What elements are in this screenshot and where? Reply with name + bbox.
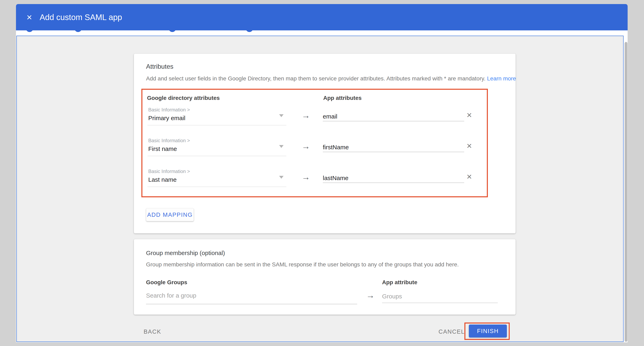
- group-search-input[interactable]: [146, 291, 357, 300]
- arrow-right-icon: →: [299, 111, 312, 120]
- mapping-row-last-name: Basic Information > Last name → ×: [146, 167, 482, 197]
- back-button[interactable]: BACK: [144, 328, 161, 335]
- mapping-row-first-name: Basic Information > First name → ×: [146, 136, 482, 166]
- close-icon[interactable]: ×: [23, 8, 36, 26]
- app-attribute-input[interactable]: [323, 112, 464, 121]
- group-membership-title: Group membership (optional): [146, 250, 225, 256]
- groups-attribute-underline: [382, 303, 498, 303]
- google-directory-attributes-header: Google directory attributes: [147, 95, 220, 101]
- arrow-right-icon: →: [366, 291, 374, 300]
- groups-attribute-input[interactable]: [382, 292, 498, 301]
- screen: × Add custom SAML app Attributes Add and…: [0, 0, 644, 346]
- mapping-row-primary-email: Basic Information > Primary email → ×: [146, 105, 482, 136]
- remove-mapping-icon[interactable]: ×: [465, 141, 474, 150]
- dialog-header: × Add custom SAML app: [16, 4, 628, 30]
- directory-attribute-select[interactable]: [146, 173, 286, 187]
- directory-attribute-select[interactable]: [146, 111, 286, 126]
- finish-button[interactable]: FINISH: [469, 324, 507, 337]
- app-attribute-input[interactable]: [323, 174, 464, 182]
- remove-mapping-icon[interactable]: ×: [465, 172, 474, 181]
- directory-attribute-select[interactable]: [146, 142, 286, 156]
- scrollbar-thumb[interactable]: [624, 42, 628, 342]
- input-underline: [323, 121, 464, 121]
- dialog-title: Add custom SAML app: [40, 4, 122, 30]
- input-underline: [323, 183, 464, 183]
- attributes-description-text: Add and select user fields in the Google…: [146, 75, 486, 82]
- app-attributes-header: App attributes: [323, 95, 362, 101]
- arrow-right-icon: →: [299, 142, 312, 150]
- learn-more-link[interactable]: Learn more: [487, 75, 516, 82]
- attributes-card-title: Attributes: [146, 63, 173, 70]
- google-groups-label: Google Groups: [146, 279, 187, 286]
- cancel-button[interactable]: CANCEL: [438, 328, 465, 335]
- group-membership-description: Group membership information can be sent…: [146, 261, 459, 268]
- group-search-underline: [146, 304, 357, 304]
- remove-mapping-icon[interactable]: ×: [465, 111, 474, 119]
- arrow-right-icon: →: [299, 173, 312, 181]
- input-underline: [323, 152, 464, 152]
- app-attribute-input[interactable]: [323, 143, 464, 151]
- app-attribute-label: App attribute: [382, 279, 417, 286]
- add-mapping-button[interactable]: ADD MAPPING: [146, 208, 194, 221]
- attributes-card-description: Add and select user fields in the Google…: [146, 75, 516, 82]
